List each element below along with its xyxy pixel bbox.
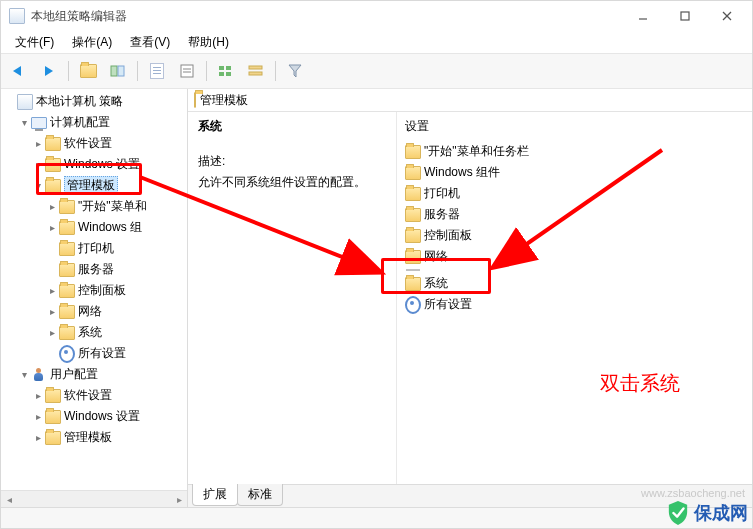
- list-item-label: 系统: [424, 275, 448, 292]
- tree-label: 系统: [78, 324, 102, 341]
- svg-rect-16: [249, 72, 262, 75]
- item-all-settings[interactable]: 所有设置: [403, 294, 746, 315]
- tree-control-panel[interactable]: ▸ 控制面板: [1, 280, 187, 301]
- gear-icon: [405, 297, 421, 313]
- titlebar: 本地组策略编辑器: [1, 1, 752, 31]
- item-start-menu[interactable]: "开始"菜单和任务栏: [403, 141, 746, 162]
- expander-icon[interactable]: ▸: [31, 138, 45, 149]
- tree-network[interactable]: ▸ 网络: [1, 301, 187, 322]
- menu-action[interactable]: 操作(A): [64, 32, 120, 53]
- tree-user-software[interactable]: ▸ 软件设置: [1, 385, 187, 406]
- svg-rect-1: [681, 12, 689, 20]
- list-item-label: 控制面板: [424, 227, 472, 244]
- nav-back-button[interactable]: [5, 58, 33, 84]
- expander-icon[interactable]: ▸: [45, 327, 59, 338]
- toolbar-sep: [206, 61, 207, 81]
- tree-printers[interactable]: 打印机: [1, 238, 187, 259]
- tree-label: Windows 设置: [64, 156, 140, 173]
- tree-windows-settings[interactable]: ▸ Windows 设置: [1, 154, 187, 175]
- list-item-label: 网络: [424, 248, 448, 265]
- folder-icon: [405, 186, 421, 202]
- tree-computer-config[interactable]: ▾ 计算机配置: [1, 112, 187, 133]
- description-text: 允许不同系统组件设置的配置。: [198, 174, 386, 191]
- folder-icon: [405, 165, 421, 181]
- folder-icon: [45, 157, 61, 173]
- expander-icon[interactable]: ▸: [31, 411, 45, 422]
- list-view-button[interactable]: [242, 58, 270, 84]
- item-windows-components[interactable]: Windows 组件: [403, 162, 746, 183]
- tree-all-settings[interactable]: 所有设置: [1, 343, 187, 364]
- doc-icon: [17, 94, 33, 110]
- gpedit-window: 本地组策略编辑器 文件(F) 操作(A) 查看(V) 帮助(H): [0, 0, 753, 529]
- menu-view[interactable]: 查看(V): [122, 32, 178, 53]
- expander-icon[interactable]: ▸: [31, 159, 45, 170]
- expander-icon[interactable]: ▾: [31, 180, 45, 191]
- tab-extended[interactable]: 扩展: [192, 484, 238, 506]
- nav-up-button[interactable]: [74, 58, 102, 84]
- menu-help[interactable]: 帮助(H): [180, 32, 237, 53]
- items-column: 设置 "开始"菜单和任务栏 Windows 组件 打印机: [397, 112, 752, 484]
- toolbar-sep: [275, 61, 276, 81]
- folder-icon: [59, 304, 75, 320]
- close-button[interactable]: [706, 2, 748, 30]
- icons-view-button[interactable]: [212, 58, 240, 84]
- tree-windows-components[interactable]: ▸ Windows 组: [1, 217, 187, 238]
- computer-icon: [31, 115, 47, 131]
- folder-icon: [59, 262, 75, 278]
- tree-label: 软件设置: [64, 135, 112, 152]
- folder-icon: [45, 388, 61, 404]
- expander-icon[interactable]: ▸: [31, 390, 45, 401]
- maximize-button[interactable]: [664, 2, 706, 30]
- folder-icon: [45, 409, 61, 425]
- folder-icon: [59, 220, 75, 236]
- menu-file[interactable]: 文件(F): [7, 32, 62, 53]
- items-header: 设置: [403, 118, 746, 135]
- tree-start-menu[interactable]: ▸ "开始"菜单和: [1, 196, 187, 217]
- scroll-right-icon[interactable]: ▸: [171, 494, 187, 505]
- show-hide-tree-button[interactable]: [104, 58, 132, 84]
- menubar: 文件(F) 操作(A) 查看(V) 帮助(H): [1, 31, 752, 53]
- item-printers[interactable]: 打印机: [403, 183, 746, 204]
- horizontal-scrollbar[interactable]: ◂ ▸: [1, 490, 187, 507]
- folder-icon: [405, 228, 421, 244]
- folder-icon: [45, 178, 61, 194]
- tab-standard[interactable]: 标准: [237, 484, 283, 506]
- expander-icon[interactable]: ▸: [45, 306, 59, 317]
- svg-marker-17: [289, 65, 301, 77]
- expander-icon[interactable]: ▾: [17, 369, 31, 380]
- nav-forward-button[interactable]: [35, 58, 63, 84]
- expander-icon[interactable]: ▸: [45, 222, 59, 233]
- list-item-label: Windows 组件: [424, 164, 500, 181]
- properties-button[interactable]: [173, 58, 201, 84]
- folder-icon: [405, 207, 421, 223]
- tree-server[interactable]: 服务器: [1, 259, 187, 280]
- item-control-panel[interactable]: 控制面板: [403, 225, 746, 246]
- tree-label: 管理模板: [64, 176, 118, 195]
- tree-system[interactable]: ▸ 系统: [1, 322, 187, 343]
- expander-icon[interactable]: ▸: [45, 285, 59, 296]
- tree-software-settings[interactable]: ▸ 软件设置: [1, 133, 187, 154]
- filter-button[interactable]: [281, 58, 309, 84]
- tree-root[interactable]: 本地计算机 策略: [1, 91, 187, 112]
- tree-user-admin-templates[interactable]: ▸ 管理模板: [1, 427, 187, 448]
- scroll-left-icon[interactable]: ◂: [1, 494, 17, 505]
- expander-icon[interactable]: ▸: [45, 201, 59, 212]
- expander-icon[interactable]: ▸: [31, 432, 45, 443]
- folder-icon: [59, 283, 75, 299]
- svg-marker-5: [45, 66, 53, 76]
- tree-pane[interactable]: 本地计算机 策略 ▾ 计算机配置: [1, 89, 188, 507]
- tree-label: 本地计算机 策略: [36, 93, 123, 110]
- tree-user-windows-settings[interactable]: ▸ Windows 设置: [1, 406, 187, 427]
- item-server[interactable]: 服务器: [403, 204, 746, 225]
- minimize-button[interactable]: [622, 2, 664, 30]
- app-icon: [9, 8, 25, 24]
- tree-admin-templates[interactable]: ▾ 管理模板: [1, 175, 187, 196]
- description-label: 描述:: [198, 153, 386, 170]
- tree-user-config[interactable]: ▾ 用户配置: [1, 364, 187, 385]
- toolbar-sep: [137, 61, 138, 81]
- expander-icon[interactable]: ▾: [17, 117, 31, 128]
- item-network[interactable]: 网络: [403, 246, 746, 267]
- item-system[interactable]: 系统: [403, 273, 746, 294]
- tree-label: 所有设置: [78, 345, 126, 362]
- export-list-button[interactable]: [143, 58, 171, 84]
